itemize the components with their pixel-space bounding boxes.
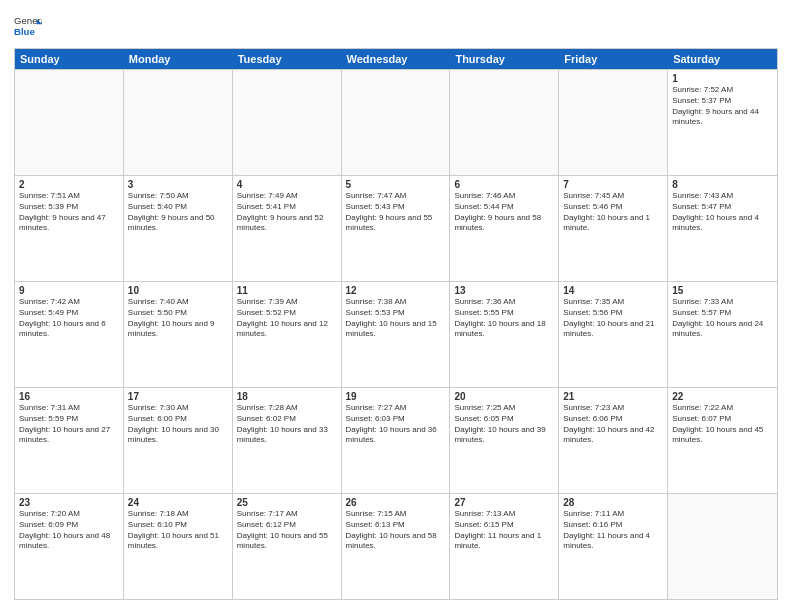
calendar-cell-2-2: 11Sunrise: 7:39 AM Sunset: 5:52 PM Dayli… [233, 282, 342, 387]
weekday-header-tuesday: Tuesday [233, 49, 342, 69]
calendar-cell-0-1 [124, 70, 233, 175]
day-info: Sunrise: 7:50 AM Sunset: 5:40 PM Dayligh… [128, 191, 228, 234]
day-number: 6 [454, 179, 554, 190]
weekday-header-friday: Friday [559, 49, 668, 69]
day-info: Sunrise: 7:20 AM Sunset: 6:09 PM Dayligh… [19, 509, 119, 552]
calendar-body: 1Sunrise: 7:52 AM Sunset: 5:37 PM Daylig… [15, 69, 777, 599]
day-number: 1 [672, 73, 773, 84]
day-info: Sunrise: 7:45 AM Sunset: 5:46 PM Dayligh… [563, 191, 663, 234]
day-info: Sunrise: 7:35 AM Sunset: 5:56 PM Dayligh… [563, 297, 663, 340]
day-number: 10 [128, 285, 228, 296]
day-info: Sunrise: 7:47 AM Sunset: 5:43 PM Dayligh… [346, 191, 446, 234]
weekday-header-sunday: Sunday [15, 49, 124, 69]
day-number: 7 [563, 179, 663, 190]
calendar-cell-4-2: 25Sunrise: 7:17 AM Sunset: 6:12 PM Dayli… [233, 494, 342, 599]
calendar-row-3: 16Sunrise: 7:31 AM Sunset: 5:59 PM Dayli… [15, 387, 777, 493]
day-number: 9 [19, 285, 119, 296]
calendar-cell-3-1: 17Sunrise: 7:30 AM Sunset: 6:00 PM Dayli… [124, 388, 233, 493]
day-number: 11 [237, 285, 337, 296]
day-info: Sunrise: 7:31 AM Sunset: 5:59 PM Dayligh… [19, 403, 119, 446]
calendar-cell-3-5: 21Sunrise: 7:23 AM Sunset: 6:06 PM Dayli… [559, 388, 668, 493]
day-info: Sunrise: 7:38 AM Sunset: 5:53 PM Dayligh… [346, 297, 446, 340]
day-number: 26 [346, 497, 446, 508]
calendar-cell-0-2 [233, 70, 342, 175]
day-number: 8 [672, 179, 773, 190]
calendar-cell-0-4 [450, 70, 559, 175]
calendar-cell-4-3: 26Sunrise: 7:15 AM Sunset: 6:13 PM Dayli… [342, 494, 451, 599]
day-number: 5 [346, 179, 446, 190]
day-number: 17 [128, 391, 228, 402]
day-number: 4 [237, 179, 337, 190]
day-info: Sunrise: 7:27 AM Sunset: 6:03 PM Dayligh… [346, 403, 446, 446]
calendar-cell-1-0: 2Sunrise: 7:51 AM Sunset: 5:39 PM Daylig… [15, 176, 124, 281]
day-number: 18 [237, 391, 337, 402]
calendar-row-2: 9Sunrise: 7:42 AM Sunset: 5:49 PM Daylig… [15, 281, 777, 387]
day-info: Sunrise: 7:25 AM Sunset: 6:05 PM Dayligh… [454, 403, 554, 446]
calendar-cell-2-6: 15Sunrise: 7:33 AM Sunset: 5:57 PM Dayli… [668, 282, 777, 387]
calendar-cell-3-4: 20Sunrise: 7:25 AM Sunset: 6:05 PM Dayli… [450, 388, 559, 493]
day-number: 21 [563, 391, 663, 402]
day-info: Sunrise: 7:23 AM Sunset: 6:06 PM Dayligh… [563, 403, 663, 446]
weekday-header-saturday: Saturday [668, 49, 777, 69]
calendar: SundayMondayTuesdayWednesdayThursdayFrid… [14, 48, 778, 600]
day-info: Sunrise: 7:33 AM Sunset: 5:57 PM Dayligh… [672, 297, 773, 340]
day-info: Sunrise: 7:36 AM Sunset: 5:55 PM Dayligh… [454, 297, 554, 340]
calendar-cell-1-2: 4Sunrise: 7:49 AM Sunset: 5:41 PM Daylig… [233, 176, 342, 281]
day-number: 27 [454, 497, 554, 508]
day-number: 28 [563, 497, 663, 508]
day-number: 2 [19, 179, 119, 190]
calendar-cell-2-4: 13Sunrise: 7:36 AM Sunset: 5:55 PM Dayli… [450, 282, 559, 387]
calendar-cell-0-5 [559, 70, 668, 175]
day-info: Sunrise: 7:43 AM Sunset: 5:47 PM Dayligh… [672, 191, 773, 234]
day-info: Sunrise: 7:40 AM Sunset: 5:50 PM Dayligh… [128, 297, 228, 340]
day-number: 3 [128, 179, 228, 190]
day-info: Sunrise: 7:52 AM Sunset: 5:37 PM Dayligh… [672, 85, 773, 128]
calendar-cell-4-5: 28Sunrise: 7:11 AM Sunset: 6:16 PM Dayli… [559, 494, 668, 599]
day-info: Sunrise: 7:46 AM Sunset: 5:44 PM Dayligh… [454, 191, 554, 234]
calendar-cell-1-1: 3Sunrise: 7:50 AM Sunset: 5:40 PM Daylig… [124, 176, 233, 281]
day-info: Sunrise: 7:13 AM Sunset: 6:15 PM Dayligh… [454, 509, 554, 552]
day-info: Sunrise: 7:17 AM Sunset: 6:12 PM Dayligh… [237, 509, 337, 552]
calendar-cell-1-5: 7Sunrise: 7:45 AM Sunset: 5:46 PM Daylig… [559, 176, 668, 281]
day-info: Sunrise: 7:42 AM Sunset: 5:49 PM Dayligh… [19, 297, 119, 340]
calendar-cell-1-4: 6Sunrise: 7:46 AM Sunset: 5:44 PM Daylig… [450, 176, 559, 281]
calendar-cell-4-4: 27Sunrise: 7:13 AM Sunset: 6:15 PM Dayli… [450, 494, 559, 599]
calendar-cell-1-6: 8Sunrise: 7:43 AM Sunset: 5:47 PM Daylig… [668, 176, 777, 281]
weekday-header-wednesday: Wednesday [342, 49, 451, 69]
calendar-row-4: 23Sunrise: 7:20 AM Sunset: 6:09 PM Dayli… [15, 493, 777, 599]
day-info: Sunrise: 7:39 AM Sunset: 5:52 PM Dayligh… [237, 297, 337, 340]
day-number: 12 [346, 285, 446, 296]
weekday-header-monday: Monday [124, 49, 233, 69]
calendar-cell-3-3: 19Sunrise: 7:27 AM Sunset: 6:03 PM Dayli… [342, 388, 451, 493]
logo: General Blue [14, 12, 42, 40]
day-number: 20 [454, 391, 554, 402]
day-info: Sunrise: 7:51 AM Sunset: 5:39 PM Dayligh… [19, 191, 119, 234]
day-info: Sunrise: 7:18 AM Sunset: 6:10 PM Dayligh… [128, 509, 228, 552]
calendar-cell-2-5: 14Sunrise: 7:35 AM Sunset: 5:56 PM Dayli… [559, 282, 668, 387]
day-number: 23 [19, 497, 119, 508]
day-number: 16 [19, 391, 119, 402]
calendar-row-1: 2Sunrise: 7:51 AM Sunset: 5:39 PM Daylig… [15, 175, 777, 281]
day-info: Sunrise: 7:11 AM Sunset: 6:16 PM Dayligh… [563, 509, 663, 552]
calendar-cell-2-1: 10Sunrise: 7:40 AM Sunset: 5:50 PM Dayli… [124, 282, 233, 387]
calendar-header: SundayMondayTuesdayWednesdayThursdayFrid… [15, 49, 777, 69]
day-info: Sunrise: 7:28 AM Sunset: 6:02 PM Dayligh… [237, 403, 337, 446]
svg-text:Blue: Blue [14, 26, 35, 37]
calendar-cell-3-0: 16Sunrise: 7:31 AM Sunset: 5:59 PM Dayli… [15, 388, 124, 493]
calendar-cell-2-3: 12Sunrise: 7:38 AM Sunset: 5:53 PM Dayli… [342, 282, 451, 387]
calendar-cell-4-1: 24Sunrise: 7:18 AM Sunset: 6:10 PM Dayli… [124, 494, 233, 599]
page: General Blue SundayMondayTuesdayWednesda… [0, 0, 792, 612]
day-number: 19 [346, 391, 446, 402]
day-info: Sunrise: 7:15 AM Sunset: 6:13 PM Dayligh… [346, 509, 446, 552]
calendar-cell-0-0 [15, 70, 124, 175]
day-number: 13 [454, 285, 554, 296]
logo-icon: General Blue [14, 12, 42, 40]
calendar-cell-4-6 [668, 494, 777, 599]
calendar-cell-3-6: 22Sunrise: 7:22 AM Sunset: 6:07 PM Dayli… [668, 388, 777, 493]
day-number: 25 [237, 497, 337, 508]
calendar-cell-1-3: 5Sunrise: 7:47 AM Sunset: 5:43 PM Daylig… [342, 176, 451, 281]
day-number: 24 [128, 497, 228, 508]
day-info: Sunrise: 7:22 AM Sunset: 6:07 PM Dayligh… [672, 403, 773, 446]
day-number: 22 [672, 391, 773, 402]
calendar-cell-3-2: 18Sunrise: 7:28 AM Sunset: 6:02 PM Dayli… [233, 388, 342, 493]
